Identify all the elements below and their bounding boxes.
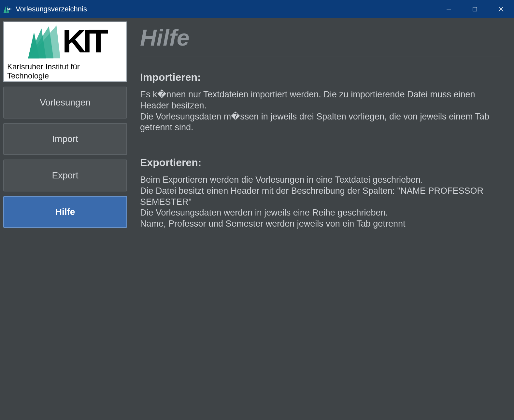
kit-subtitle: Karlsruher Institut für Technologie [7, 62, 123, 80]
sidebar-item-label: Hilfe [55, 207, 75, 217]
sidebar-item-import[interactable]: Import [3, 123, 127, 155]
section-line: Die Vorlesungsdaten m�ssen in jeweils dr… [140, 111, 501, 133]
section-body-import: Es k�nnen nur Textdateien importiert wer… [140, 89, 501, 133]
window-title: Vorlesungsverzeichnis [16, 5, 87, 13]
titlebar-left: KIT Vorlesungsverzeichnis [3, 5, 87, 13]
sidebar: KIT Karlsruher Institut für Technologie … [0, 18, 130, 420]
section-line: Beim Exportieren werden die Vorlesungen … [140, 175, 501, 186]
svg-marker-0 [4, 6, 7, 13]
kit-wordmark: KIT [62, 28, 105, 54]
sidebar-item-label: Import [52, 134, 78, 144]
sidebar-item-label: Vorlesungen [40, 97, 91, 108]
sidebar-item-label: Export [52, 170, 79, 181]
kit-logo-top: KIT [25, 23, 105, 59]
window-controls [436, 0, 514, 18]
titlebar: KIT Vorlesungsverzeichnis [0, 0, 514, 18]
close-icon [498, 6, 504, 12]
section-line: Name, Professor und Semester werden jewe… [140, 218, 501, 230]
section-heading-import: Importieren: [140, 71, 501, 83]
close-button[interactable] [488, 0, 514, 18]
page-title: Hilfe [140, 25, 501, 51]
section-line: Es k�nnen nur Textdateien importiert wer… [140, 89, 501, 111]
kit-logo: KIT Karlsruher Institut für Technologie [7, 23, 123, 80]
window: KIT Vorlesungsverzeichnis [0, 0, 514, 420]
sidebar-item-hilfe[interactable]: Hilfe [3, 196, 127, 228]
minimize-button[interactable] [436, 0, 462, 18]
sidebar-item-export[interactable]: Export [3, 160, 127, 191]
section-line: Die Vorlesungsdaten werden in jeweils ei… [140, 207, 501, 218]
svg-rect-4 [473, 7, 477, 11]
main-panel: Hilfe Importieren: Es k�nnen nur Textdat… [130, 18, 514, 420]
content: KIT Karlsruher Institut für Technologie … [0, 18, 514, 420]
section-heading-export: Exportieren: [140, 157, 501, 169]
app-icon: KIT [3, 5, 12, 13]
kit-fan-icon [25, 23, 61, 59]
maximize-button[interactable] [462, 0, 488, 18]
minimize-icon [446, 6, 452, 12]
title-divider [140, 57, 501, 57]
maximize-icon [472, 6, 478, 12]
sidebar-item-vorlesungen[interactable]: Vorlesungen [3, 87, 127, 119]
section-body-export: Beim Exportieren werden die Vorlesungen … [140, 175, 501, 230]
section-line: Die Datei besitzt einen Header mit der B… [140, 186, 501, 208]
svg-text:KIT: KIT [7, 7, 12, 10]
logo-panel: KIT Karlsruher Institut für Technologie [3, 21, 127, 82]
